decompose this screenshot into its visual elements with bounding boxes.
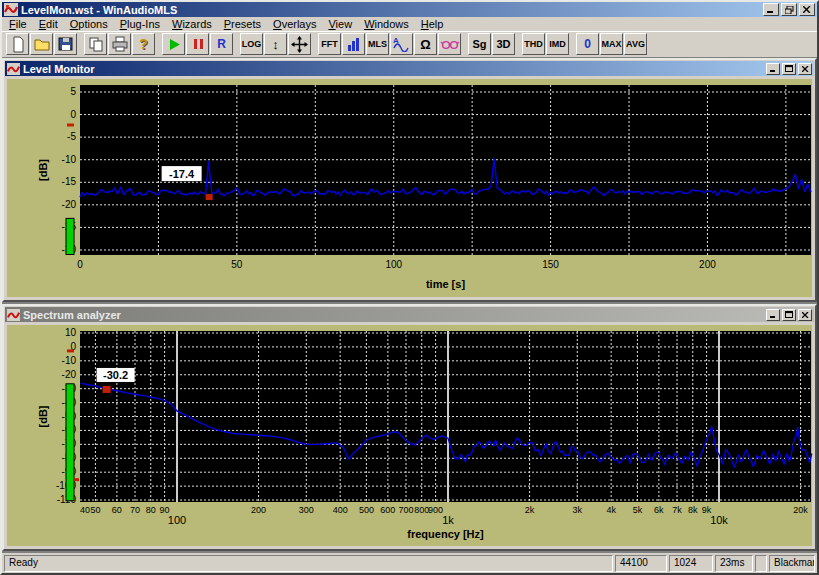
spectrum-analyzer-window: Spectrum analyzer 100-10-20-30-40-50-60-… bbox=[2, 304, 817, 551]
svg-text:200: 200 bbox=[251, 505, 266, 515]
svg-text:400: 400 bbox=[333, 505, 348, 515]
app-titlebar[interactable]: LevelMon.wst - WinAudioMLS bbox=[2, 2, 817, 17]
print-button[interactable] bbox=[108, 33, 131, 55]
signal-button[interactable]: A bbox=[390, 33, 413, 55]
pause-button[interactable] bbox=[186, 33, 209, 55]
svg-text:700: 700 bbox=[399, 505, 414, 515]
level-monitor-window-icon bbox=[7, 63, 20, 75]
signal-generator-button[interactable]: Sg bbox=[468, 33, 491, 55]
fft-button[interactable]: FFT bbox=[318, 33, 341, 55]
svg-text:-20: -20 bbox=[62, 199, 77, 210]
status-bar: Ready44100102423msBlackman bbox=[2, 553, 817, 573]
menu-edit[interactable]: Edit bbox=[33, 17, 64, 31]
minimize-icon[interactable] bbox=[766, 63, 780, 75]
close-icon[interactable] bbox=[799, 3, 815, 16]
cursor-mark bbox=[103, 386, 111, 393]
menu-plug-ins[interactable]: Plug-Ins bbox=[114, 17, 166, 31]
svg-text:0: 0 bbox=[70, 109, 76, 120]
svg-text:300: 300 bbox=[299, 505, 314, 515]
toolbar-group: R bbox=[162, 33, 233, 55]
maximize-icon[interactable] bbox=[782, 309, 796, 321]
cursor-mark bbox=[206, 194, 213, 200]
scope-view-button[interactable] bbox=[438, 33, 461, 55]
bar-display-button[interactable] bbox=[342, 33, 365, 55]
svg-text:70: 70 bbox=[130, 505, 140, 515]
svg-text:10: 10 bbox=[65, 327, 77, 338]
toolbar-group: 0MAXAVG bbox=[576, 33, 647, 55]
impedance-button[interactable]: Ω bbox=[414, 33, 437, 55]
menu-help[interactable]: Help bbox=[415, 17, 450, 31]
restore-icon[interactable] bbox=[781, 3, 797, 16]
mls-button[interactable]: MLS bbox=[366, 33, 389, 55]
svg-text:50: 50 bbox=[90, 505, 100, 515]
toolbar-group: THDIMD bbox=[522, 33, 569, 55]
svg-text:2k: 2k bbox=[525, 505, 535, 515]
toolbar-group: LOG↕ bbox=[240, 33, 311, 55]
imd-button[interactable]: IMD bbox=[546, 33, 569, 55]
help-button[interactable]: ? bbox=[132, 33, 155, 55]
level-monitor-titlebar[interactable]: Level Monitor bbox=[5, 61, 814, 76]
minimize-icon[interactable] bbox=[766, 309, 780, 321]
menu-presets[interactable]: Presets bbox=[218, 17, 267, 31]
status-latency: 23ms bbox=[715, 555, 753, 572]
menu-options[interactable]: Options bbox=[64, 17, 114, 31]
svg-text:150: 150 bbox=[542, 259, 559, 270]
menu-file[interactable]: File bbox=[3, 17, 33, 31]
app-caption-buttons bbox=[763, 3, 815, 16]
svg-text:-17.4: -17.4 bbox=[169, 168, 195, 180]
menu-view[interactable]: View bbox=[322, 17, 358, 31]
svg-text:7k: 7k bbox=[672, 505, 682, 515]
svg-text:6k: 6k bbox=[654, 505, 664, 515]
peak-mark bbox=[73, 478, 79, 481]
svg-text:0: 0 bbox=[77, 259, 83, 270]
svg-text:60: 60 bbox=[112, 505, 122, 515]
level-monitor-plot: 50-5-10-15-20-25-30050100150200time [s][… bbox=[7, 79, 816, 301]
status-window-function: Blackman bbox=[769, 555, 815, 572]
save-button[interactable] bbox=[54, 33, 77, 55]
zero-button[interactable]: 0 bbox=[576, 33, 599, 55]
svg-text:10k: 10k bbox=[710, 514, 728, 526]
svg-text:3k: 3k bbox=[573, 505, 583, 515]
svg-text:[dB]: [dB] bbox=[37, 159, 49, 181]
pan-button[interactable] bbox=[288, 33, 311, 55]
level-monitor-title: Level Monitor bbox=[23, 63, 763, 75]
play-button[interactable] bbox=[162, 33, 185, 55]
thd-button[interactable]: THD bbox=[522, 33, 545, 55]
max-hold-button[interactable]: MAX bbox=[600, 33, 623, 55]
menu-overlays[interactable]: Overlays bbox=[267, 17, 322, 31]
minimize-icon[interactable] bbox=[763, 3, 779, 16]
app-window: LevelMon.wst - WinAudioMLS FileEditOptio… bbox=[0, 0, 819, 575]
menu-windows[interactable]: Windows bbox=[358, 17, 415, 31]
mdi-area: Level Monitor 50-5-10-15-20-25-300501001… bbox=[2, 57, 817, 553]
svg-text:-20: -20 bbox=[62, 369, 77, 380]
spectrum-analyzer-plot: 100-10-20-30-40-50-60-70-80-90-100-11040… bbox=[7, 325, 816, 550]
reset-button[interactable]: R bbox=[210, 33, 233, 55]
toolbar-group: Sg3D bbox=[468, 33, 515, 55]
average-button[interactable]: AVG bbox=[624, 33, 647, 55]
maximize-icon[interactable] bbox=[782, 63, 796, 75]
close-icon[interactable] bbox=[798, 309, 812, 321]
new-button[interactable] bbox=[6, 33, 29, 55]
menu-wizards[interactable]: Wizards bbox=[166, 17, 218, 31]
svg-text:frequency [Hz]: frequency [Hz] bbox=[407, 528, 484, 540]
level-meter bbox=[66, 384, 74, 501]
spectrum-analyzer-window-icon bbox=[7, 309, 20, 321]
view-3d-button[interactable]: 3D bbox=[492, 33, 515, 55]
level-meter bbox=[66, 218, 74, 254]
zoom-vertical-button[interactable]: ↕ bbox=[264, 33, 287, 55]
svg-text:-5: -5 bbox=[67, 131, 76, 142]
menu-bar: FileEditOptionsPlug-InsWizardsPresetsOve… bbox=[2, 17, 817, 31]
toolbar: ?RLOG↕FFTMLSAΩSg3DTHDIMD0MAXAVG bbox=[2, 31, 817, 57]
svg-text:5: 5 bbox=[70, 86, 76, 97]
copy-button[interactable] bbox=[84, 33, 107, 55]
svg-text:900: 900 bbox=[428, 505, 443, 515]
spectrum-analyzer-titlebar[interactable]: Spectrum analyzer bbox=[5, 307, 814, 322]
log-scale-button[interactable]: LOG bbox=[240, 33, 263, 55]
svg-text:-15: -15 bbox=[62, 176, 77, 187]
svg-text:80: 80 bbox=[146, 505, 156, 515]
status-fft-size: 1024 bbox=[669, 555, 713, 572]
close-icon[interactable] bbox=[798, 63, 812, 75]
toolbar-group: FFTMLSAΩ bbox=[318, 33, 461, 55]
open-button[interactable] bbox=[30, 33, 53, 55]
svg-text:5k: 5k bbox=[633, 505, 643, 515]
